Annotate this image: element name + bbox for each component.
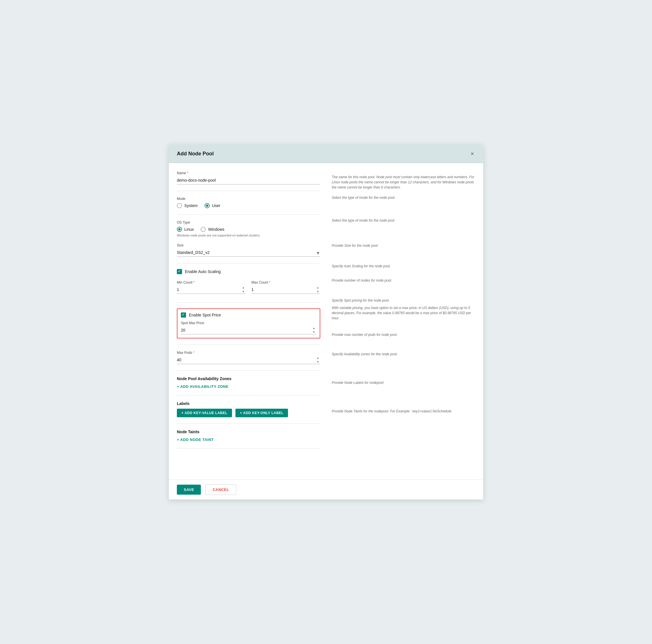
zones-help-text: Specify Availability zones for the node …	[332, 352, 398, 357]
max-count-label: Max Count *	[251, 280, 320, 284]
spot-checkbox[interactable]	[181, 312, 186, 317]
max-count-input[interactable]	[251, 286, 320, 294]
autoscale-checkbox-row: Enable Auto Scaling	[177, 269, 320, 274]
min-count-input[interactable]	[177, 286, 246, 294]
autoscale-label: Enable Auto Scaling	[185, 269, 221, 274]
spot-max-price-field-group: Spot Max Price ▲ ▼	[181, 321, 316, 334]
labels-help-text: Provide Node Labels for nodepool	[332, 380, 383, 385]
max-pods-up[interactable]: ▲	[316, 356, 320, 360]
left-column: Name * Mode System User	[177, 171, 320, 472]
mode-field-group: Mode System User	[177, 197, 320, 208]
name-help-text: The name for this node pool. Node pool m…	[332, 174, 475, 190]
mode-label: Mode	[177, 197, 320, 201]
os-note: Windows node pools are not supported on …	[177, 233, 320, 237]
spot-max-price-help-text: With variable pricing, you have option t…	[332, 305, 475, 321]
add-key-value-label-button[interactable]: + ADD KEY-VALUE LABEL	[177, 409, 232, 417]
minmax-help-text: Provide number of nodes for node pool.	[332, 278, 392, 283]
spot-price-spinner: ▲ ▼	[311, 326, 316, 334]
modal-overlay: Add Node Pool × Name * Mode	[169, 144, 483, 500]
spot-max-price-input[interactable]	[181, 326, 316, 334]
right-help-mode: Select the type of mode for the node poo…	[332, 193, 475, 216]
right-column: The name for this node pool. Node pool m…	[332, 171, 475, 472]
minmax-field-group: Min Count * ▲ ▼ Max Count *	[177, 280, 320, 300]
min-count-up[interactable]: ▲	[241, 286, 246, 290]
divider-size	[177, 263, 320, 263]
right-help-spot: Specify Spot pricing for the node pool. …	[332, 296, 475, 330]
availability-zones-heading: Node Pool Availability Zones	[177, 376, 320, 381]
close-button[interactable]: ×	[469, 150, 475, 158]
add-availability-zone-link[interactable]: + ADD AVAILABILITY ZONE	[177, 384, 228, 389]
max-pods-label: Max Pods *	[177, 351, 320, 355]
min-count-input-wrapper: ▲ ▼	[177, 286, 246, 294]
maxpods-help-text: Provide max number of pods for node pool…	[332, 332, 398, 337]
os-radio-group: Linux Windows	[177, 227, 320, 232]
max-count-spinner: ▲ ▼	[316, 286, 320, 294]
size-select-wrapper: Standard_DS2_v2 ▾	[177, 249, 320, 257]
autoscale-checkbox[interactable]	[177, 269, 182, 274]
taints-heading: Node Taints	[177, 429, 320, 434]
taints-group: Node Taints + ADD NODE TAINT	[177, 429, 320, 442]
add-node-pool-modal: Add Node Pool × Name * Mode	[169, 144, 483, 500]
os-help-text: Select the type of mode for the node poo…	[332, 218, 394, 223]
size-help-text: Provide Size for the node pool	[332, 243, 378, 248]
mode-user-text: User	[212, 203, 221, 208]
max-count-input-wrapper: ▲ ▼	[251, 286, 320, 294]
os-field-group: OS Type Linux Windows Windows node pools…	[177, 221, 320, 237]
mode-user-radio[interactable]	[205, 203, 210, 208]
autoscale-help-text: Specify Auto Scaling for the node pool.	[332, 263, 390, 269]
right-help-name: The name for this node pool. Node pool m…	[332, 172, 475, 193]
add-node-taint-link[interactable]: + ADD NODE TAINT	[177, 438, 214, 442]
divider-labels	[177, 423, 320, 424]
os-linux-radio[interactable]	[177, 227, 182, 232]
taints-help-text: Provide Node Taints for the nodepool. Fo…	[332, 409, 452, 414]
max-pods-down[interactable]: ▼	[316, 360, 320, 364]
spot-max-price-input-wrapper: ▲ ▼	[181, 326, 316, 334]
spot-price-down[interactable]: ▼	[311, 330, 316, 335]
max-pods-input[interactable]	[177, 356, 320, 364]
right-help-labels: Provide Node Labels for nodepool	[332, 378, 475, 407]
os-linux-text: Linux	[184, 227, 194, 232]
divider-taints	[177, 448, 320, 449]
max-pods-input-wrapper: ▲ ▼	[177, 356, 320, 364]
os-linux-label[interactable]: Linux	[177, 227, 194, 232]
name-input[interactable]	[177, 176, 320, 185]
min-count-label: Min Count *	[177, 280, 246, 284]
max-count-down[interactable]: ▼	[316, 290, 320, 294]
autoscale-field-group: Enable Auto Scaling	[177, 269, 320, 274]
modal-header: Add Node Pool ×	[169, 144, 483, 163]
right-help-size: Provide Size for the node pool	[332, 241, 475, 261]
bottom-spacer	[177, 454, 320, 472]
max-pods-field-group: Max Pods * ▲ ▼	[177, 351, 320, 364]
divider-mode	[177, 215, 320, 215]
right-help-maxpods: Provide max number of pods for node pool…	[332, 330, 475, 349]
mode-system-radio[interactable]	[177, 203, 182, 208]
cancel-button[interactable]: CANCEL	[206, 484, 236, 495]
labels-heading: Labels	[177, 401, 320, 406]
modal-body: Name * Mode System User	[169, 163, 483, 479]
right-help-autoscale: Specify Auto Scaling for the node pool.	[332, 261, 475, 276]
modal-footer: SAVE CANCEL	[169, 479, 483, 500]
mode-radio-group: System User	[177, 203, 320, 208]
name-label: Name *	[177, 171, 320, 175]
min-count-spinner: ▲ ▼	[241, 286, 246, 294]
name-field-group: Name *	[177, 171, 320, 185]
max-count-up[interactable]: ▲	[316, 286, 320, 290]
size-field-group: Size Standard_DS2_v2 ▾	[177, 243, 320, 257]
spot-checkbox-row: Enable Spot Price	[181, 312, 316, 317]
max-pods-spinner: ▲ ▼	[316, 356, 320, 364]
os-windows-radio[interactable]	[200, 227, 206, 232]
mode-system-label[interactable]: System	[177, 203, 198, 208]
spot-price-up[interactable]: ▲	[311, 326, 316, 330]
divider-pods	[177, 370, 320, 371]
min-count-field-group: Min Count * ▲ ▼	[177, 280, 246, 294]
add-key-only-label-button[interactable]: + ADD KEY-ONLY LABEL	[236, 409, 288, 417]
size-select[interactable]: Standard_DS2_v2	[177, 249, 320, 257]
right-help-os: Select the type of mode for the node poo…	[332, 216, 475, 241]
mode-system-text: System	[184, 203, 198, 208]
right-help-taints: Provide Node Taints for the nodepool. Fo…	[332, 407, 475, 432]
save-button[interactable]: SAVE	[177, 485, 201, 495]
mode-help-text: Select the type of mode for the node poo…	[332, 195, 396, 200]
min-count-down[interactable]: ▼	[241, 290, 246, 294]
os-windows-label[interactable]: Windows	[200, 227, 224, 232]
mode-user-label[interactable]: User	[205, 203, 221, 208]
